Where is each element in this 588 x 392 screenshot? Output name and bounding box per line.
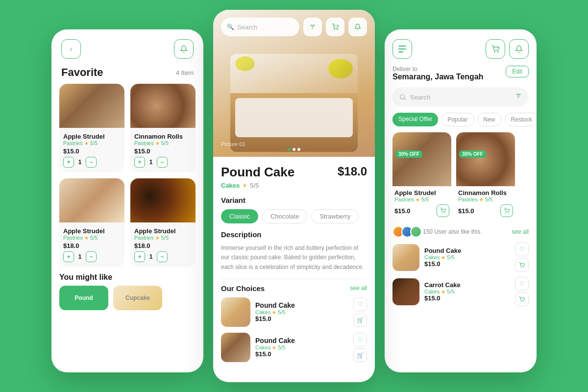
star-icon: ★ — [416, 197, 420, 202]
variant-strawberry[interactable]: Strawberry — [311, 209, 359, 223]
add-to-cart-button[interactable]: 🛒 — [353, 313, 367, 327]
rating: 5/5 — [421, 196, 429, 202]
choice-actions: ♡ 🛒 — [353, 333, 367, 362]
qty-increase[interactable]: − — [157, 157, 168, 168]
qty-increase[interactable]: − — [157, 251, 168, 262]
favorites-screen: ‹ Favorite 4 Item Apple Strudel Pastries — [51, 29, 203, 372]
discount-badge: 30% OFF — [459, 150, 486, 158]
middle-content: Pound Cake $18.0 Cakes ★ 5/5 Variant Cla… — [213, 157, 375, 376]
qty-increase[interactable]: − — [86, 157, 97, 168]
product-card-cat: Pastries ★ 5/5 — [394, 196, 449, 202]
favorites-header: Favorite 4 Item — [51, 64, 203, 84]
qty-decrease[interactable]: + — [134, 157, 145, 168]
star-icon: ★ — [441, 255, 445, 260]
qty-decrease[interactable]: + — [63, 157, 74, 168]
liked-items: Pound Cake Cakes ★ 5/5 $15.0 ♡ — [385, 243, 537, 306]
see-all-button[interactable]: see all — [350, 285, 367, 292]
hamburger-icon — [398, 46, 406, 52]
filter-chip-special[interactable]: Special Offer — [392, 113, 438, 126]
favorite-button[interactable]: ♡ — [353, 333, 367, 346]
add-to-cart-button[interactable]: 🛒 — [353, 348, 367, 362]
filter-chip-new[interactable]: New — [477, 113, 502, 126]
menu-button[interactable] — [392, 39, 412, 59]
variant-label: Variant — [221, 196, 367, 204]
picture-label: Picture 01 — [221, 141, 245, 147]
qty-decrease[interactable]: + — [134, 251, 145, 262]
back-button[interactable]: ‹ — [61, 39, 81, 59]
product-card: 30% OFF Apple Strudel Pastries ★ 5/5 $15… — [392, 132, 451, 220]
qty-value: 1 — [77, 253, 83, 260]
qty-control: + 1 − — [134, 157, 192, 168]
search-bar-right[interactable]: Search — [392, 87, 529, 107]
food-price: $15.0 — [63, 147, 121, 155]
hero-cake-img — [230, 54, 358, 152]
food-card: Apple Strudel Pastries ★ 5/5 $15.0 + 1 − — [59, 84, 124, 172]
dot-active — [288, 148, 291, 151]
search-icon: 🔍 — [227, 24, 234, 30]
variant-chocolate[interactable]: Chocolate — [262, 209, 308, 223]
add-to-cart-button[interactable] — [515, 258, 529, 272]
edit-address-button[interactable]: Edit — [506, 66, 529, 77]
our-choices-label: Our Choices — [221, 284, 265, 293]
star-icon: ★ — [479, 197, 484, 202]
user-avatars — [392, 226, 419, 238]
notification-nav-button[interactable] — [348, 18, 367, 36]
choice-name: Pound Cake — [255, 337, 348, 344]
liked-item: Carrot Cake Cakes ★ 5/5 $15.0 ♡ — [392, 277, 529, 306]
rating: 5/5 — [90, 140, 98, 146]
cat-label: Pastries — [394, 196, 414, 202]
dot — [293, 148, 295, 151]
qty-decrease[interactable]: + — [63, 251, 74, 262]
liked-name: Carrot Cake — [424, 281, 510, 289]
users-count: 150 — [423, 228, 433, 235]
qty-control: + 1 − — [134, 251, 192, 262]
liked-item: Pound Cake Cakes ★ 5/5 $15.0 ♡ — [392, 243, 529, 272]
products-grid: 30% OFF Apple Strudel Pastries ★ 5/5 $15… — [385, 132, 537, 226]
cat-label: Cakes — [424, 289, 440, 294]
product-card-name: Apple Strudel — [394, 189, 449, 196]
filter-button[interactable] — [303, 18, 322, 36]
product-card-info: Cinnamon Rolls Pastries ★ 5/5 $15.0 — [456, 186, 515, 220]
filter-chip-popular[interactable]: Popular — [441, 113, 474, 126]
description-text: Immerse yourself in the rich and buttery… — [221, 244, 367, 272]
you-might-label: You might like — [51, 267, 203, 282]
filter-icon[interactable] — [515, 93, 522, 101]
add-to-cart[interactable] — [500, 204, 513, 217]
qty-increase[interactable]: − — [86, 251, 97, 262]
rating: 5/5 — [447, 289, 454, 294]
notification-button[interactable] — [509, 39, 529, 59]
food-image — [59, 84, 124, 128]
our-choices-header: Our Choices see all — [221, 284, 367, 293]
filter-chip-restock[interactable]: Restock — [505, 113, 537, 126]
product-card-name: Cinnamon Rolls — [458, 189, 513, 196]
favorite-button[interactable]: ♡ — [515, 277, 529, 291]
svg-point-3 — [334, 29, 335, 30]
divider — [221, 279, 367, 279]
favorite-button[interactable]: ♡ — [353, 297, 367, 311]
discount-badge: 30% OFF — [395, 150, 422, 158]
category-label: Pastries — [63, 140, 83, 146]
add-to-cart[interactable] — [437, 204, 449, 217]
variant-classic[interactable]: Classic — [221, 209, 258, 223]
see-all-users[interactable]: see all — [512, 228, 529, 235]
cart-button[interactable] — [486, 39, 505, 59]
category-label: Pastries — [134, 140, 154, 146]
liked-image — [392, 244, 419, 271]
choice-category: Cakes ★ 5/5 — [255, 344, 348, 350]
search-bar[interactable]: 🔍 Search — [221, 18, 299, 36]
star-icon: ★ — [155, 235, 160, 241]
cat-label: Pastries — [458, 196, 478, 202]
users-like-section: 150 User also like this see all — [385, 226, 537, 243]
product-card: 30% OFF Cinnamon Rolls Pastries ★ 5/5 $1… — [456, 132, 515, 220]
notification-button[interactable] — [174, 39, 194, 59]
item-count: 4 Item — [176, 69, 194, 76]
cart-nav-button[interactable] — [326, 18, 344, 36]
mini-card-pound[interactable]: Pound — [59, 286, 108, 310]
favorite-button[interactable]: ♡ — [515, 243, 529, 256]
food-image — [59, 178, 124, 222]
add-to-cart-button[interactable] — [515, 293, 529, 306]
food-name: Cinnamon Rolls — [134, 133, 192, 140]
filter-chips: Special Offer Popular New Restock — [385, 113, 537, 132]
food-category: Pastries ★ 5/5 — [134, 235, 192, 241]
mini-card-cupcake[interactable]: Cupcake — [113, 286, 162, 310]
